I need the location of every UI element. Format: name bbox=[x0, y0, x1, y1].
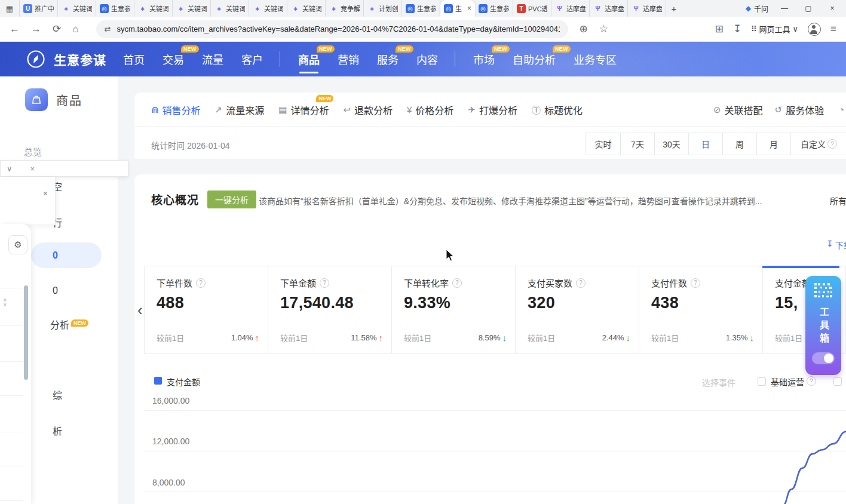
top-nav-item[interactable]: 首页 bbox=[123, 51, 145, 67]
subnav-right-link[interactable]: ↺ 服务体验 bbox=[775, 103, 824, 117]
top-nav-item[interactable]: 流量 bbox=[202, 51, 223, 67]
subnav-tab[interactable]: Ⓣ 标题优化 bbox=[532, 103, 583, 117]
metric-card[interactable]: 支付件数? 438 较前1日 1.35%↓ bbox=[639, 266, 763, 353]
metric-card[interactable]: 支付买家数? 320 较前1日 2.44%↓ bbox=[516, 266, 639, 353]
qianwen-button[interactable]: ◆ 千问 bbox=[746, 4, 768, 14]
maximize-icon[interactable]: ▢ bbox=[801, 4, 816, 13]
browser-tab[interactable]: ◎ 生意参 × bbox=[402, 0, 440, 17]
zoom-icon[interactable]: ⊕ bbox=[580, 23, 588, 35]
metric-card[interactable]: 下单金额? 17,540.48 较前1日 11.58%↑ bbox=[268, 266, 392, 353]
date-range-option[interactable]: 自定义? bbox=[790, 133, 846, 155]
browser-tab[interactable]: ∗ 关键词 × bbox=[134, 0, 173, 17]
profile-avatar[interactable] bbox=[808, 23, 821, 36]
sidebar-menu-item[interactable]: 总览 bbox=[24, 145, 42, 158]
partial-tab-icon[interactable]: ◔ bbox=[839, 105, 846, 115]
url-text[interactable]: sycm.taobao.com/cc/item_archives?activeK… bbox=[117, 24, 559, 33]
top-nav-item[interactable]: 自助分析NEW bbox=[513, 51, 556, 67]
close-icon[interactable]: × bbox=[43, 189, 48, 198]
help-icon[interactable]: ? bbox=[691, 278, 700, 288]
browser-tab[interactable]: T PVC透 × bbox=[513, 0, 551, 17]
close-icon[interactable]: × bbox=[30, 164, 35, 173]
subnav-tab[interactable]: ⋒ 销售分析 bbox=[151, 103, 201, 117]
help-icon[interactable]: ? bbox=[807, 376, 816, 386]
subnav-tab[interactable]: ↗ 流量来源 bbox=[215, 103, 265, 117]
cards-scroll-left-icon[interactable]: ‹ bbox=[137, 301, 143, 319]
top-nav-item[interactable]: 营销 bbox=[338, 51, 359, 67]
close-icon[interactable]: × bbox=[824, 4, 840, 13]
one-click-analyze-button[interactable]: 一键分析 bbox=[207, 190, 256, 208]
back-icon[interactable]: ← bbox=[10, 23, 20, 35]
sidebar-menu-item[interactable]: 综 bbox=[53, 388, 62, 402]
select-event-label[interactable]: 选择事件 bbox=[702, 376, 735, 388]
browser-tab[interactable]: ◎ 生 × bbox=[440, 0, 475, 17]
basic-ops-checkbox[interactable] bbox=[758, 377, 766, 386]
sidebar-menu-item[interactable]: 分析NEW bbox=[50, 317, 88, 331]
forward-icon[interactable]: → bbox=[31, 23, 41, 35]
browser-tab[interactable]: Ψ 达摩盘 × bbox=[628, 0, 666, 17]
home-icon[interactable]: ⌂ bbox=[72, 23, 78, 35]
chevron-down-icon[interactable]: ∨ bbox=[7, 164, 13, 173]
top-nav-item[interactable]: 客户 bbox=[241, 51, 280, 67]
new-tab-button[interactable]: + bbox=[666, 0, 682, 17]
sidebar-menu-item[interactable]: 0 bbox=[53, 285, 58, 296]
top-nav-item[interactable]: 商品NEW bbox=[298, 51, 320, 67]
date-range-option[interactable]: 实时? bbox=[586, 133, 620, 155]
tab-search-button[interactable]: ▦ bbox=[0, 0, 20, 17]
sidebar-menu-item[interactable]: 析 bbox=[53, 423, 62, 438]
date-range-option[interactable]: 日? bbox=[688, 133, 722, 155]
sidebar-menu-item[interactable]: 0 bbox=[31, 242, 102, 268]
menu-icon[interactable]: ≡ bbox=[830, 23, 836, 35]
browser-tab[interactable]: ∗ 关键词 × bbox=[58, 0, 96, 17]
download-link[interactable]: ↧下载 bbox=[826, 239, 846, 251]
help-icon[interactable]: ? bbox=[576, 278, 586, 288]
date-range-option[interactable]: 月? bbox=[756, 133, 790, 155]
subnav-tab[interactable]: ✈ 打爆分析 bbox=[468, 103, 517, 117]
browser-tab[interactable]: ∗ 关键词 × bbox=[249, 0, 287, 17]
web-tools-menu[interactable]: ⠿ 网页工具 ∨ bbox=[751, 23, 798, 35]
subnav-tab[interactable]: ▤ 详情分析 NEW bbox=[278, 103, 329, 117]
extensions-icon[interactable]: ⊞ bbox=[715, 23, 724, 35]
top-nav-item[interactable]: 交易NEW bbox=[163, 51, 184, 67]
overview-more-link[interactable]: 所有 bbox=[830, 195, 846, 207]
downloads-icon[interactable]: ↧ bbox=[733, 23, 741, 35]
site-info-icon[interactable]: ⇄ bbox=[105, 24, 111, 33]
second-event-checkbox[interactable] bbox=[833, 377, 842, 386]
top-nav-item[interactable]: 服务NEW bbox=[377, 51, 399, 67]
gear-icon[interactable]: ⚙ bbox=[8, 235, 27, 254]
address-bar[interactable]: ⇄ sycm.taobao.com/cc/item_archives?activ… bbox=[96, 20, 568, 38]
browser-tab[interactable]: ◎ 生意参 × bbox=[96, 0, 134, 17]
metric-card[interactable]: 下单件数? 488 较前1日 1.04%↑ bbox=[145, 266, 268, 353]
browser-tab[interactable]: ◎ 生意参 × bbox=[475, 0, 513, 17]
browser-tab[interactable]: ∗ 计划创 × bbox=[364, 0, 402, 17]
top-nav-item-label: 服务 bbox=[377, 54, 399, 66]
reload-icon[interactable]: ⟳ bbox=[53, 23, 61, 35]
scrollbar-thumb[interactable] bbox=[24, 285, 28, 380]
minimize-icon[interactable]: — bbox=[777, 4, 792, 13]
toolbox-widget[interactable]: 工具箱 bbox=[805, 276, 841, 375]
date-range-option[interactable]: 7天? bbox=[620, 133, 654, 155]
bookmark-star-icon[interactable]: ☆ bbox=[599, 23, 608, 35]
subnav-tab[interactable]: ¥ 价格分析 bbox=[407, 103, 453, 117]
subnav-right-link[interactable]: ⊘ 关联搭配 bbox=[713, 103, 763, 117]
toolbox-toggle[interactable] bbox=[812, 352, 835, 364]
browser-tab[interactable]: ∗ 竞争解 × bbox=[326, 0, 364, 17]
help-icon[interactable]: ? bbox=[320, 278, 329, 288]
date-range-option[interactable]: 30天? bbox=[654, 133, 688, 155]
browser-tab[interactable]: ∗ 关键词 × bbox=[173, 0, 211, 17]
top-nav-item[interactable]: 业务专区 bbox=[574, 51, 617, 67]
browser-tab[interactable]: Ψ 达摩盘 × bbox=[590, 0, 628, 17]
metric-card[interactable]: 下单转化率? 9.33% 较前1日 8.59%↓ bbox=[392, 266, 516, 353]
top-nav-item[interactable]: 市场NEW bbox=[473, 51, 495, 67]
top-nav-item[interactable]: 内容 bbox=[416, 51, 455, 67]
browser-tab[interactable]: U 推广中 × bbox=[20, 0, 58, 17]
brand-name[interactable]: 生意参谋 bbox=[54, 50, 106, 68]
browser-tab[interactable]: ∗ 关键词 × bbox=[287, 0, 326, 17]
browser-tab[interactable]: ∗ 关键词 × bbox=[211, 0, 249, 17]
subnav-tab[interactable]: ↩ 退款分析 bbox=[343, 103, 393, 117]
tab-close-icon[interactable]: × bbox=[467, 4, 471, 13]
help-icon[interactable]: ? bbox=[452, 278, 462, 288]
sort-chevrons[interactable]: ∧ ∨ bbox=[3, 297, 7, 307]
browser-tab[interactable]: Ψ 达摩盘 × bbox=[551, 0, 590, 17]
help-icon[interactable]: ? bbox=[196, 278, 206, 288]
date-range-option[interactable]: 周? bbox=[722, 133, 756, 155]
